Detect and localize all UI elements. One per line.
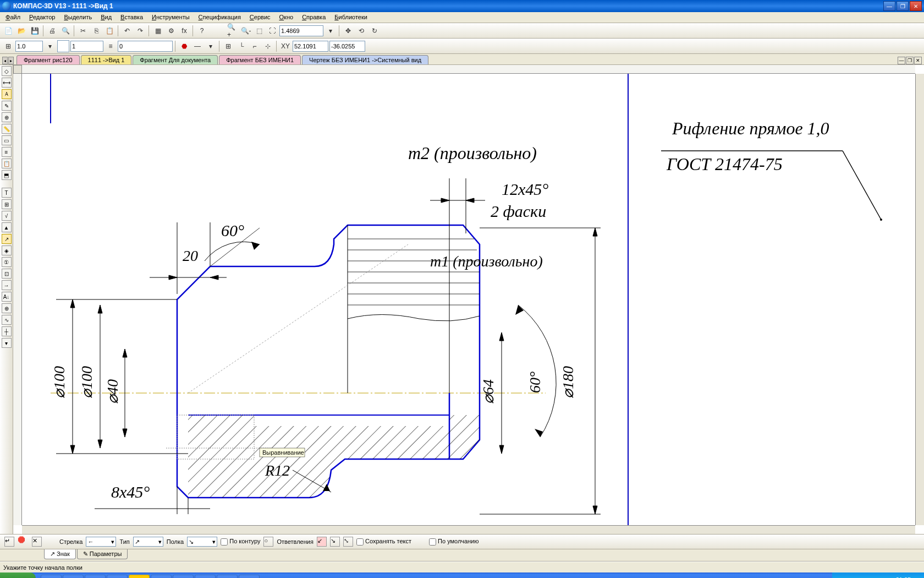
type-combo[interactable]: ↗▾: [133, 537, 163, 547]
maximize-button[interactable]: ❐: [897, 1, 909, 11]
zoom-dropdown-icon[interactable]: ▾: [324, 25, 337, 37]
rotate-icon[interactable]: ⟲: [355, 25, 367, 37]
help-icon[interactable]: ?: [196, 25, 208, 37]
tool-measure-icon[interactable]: 📏: [2, 124, 12, 134]
layers-icon[interactable]: ≡: [105, 40, 117, 52]
state-icon[interactable]: ▾: [44, 40, 56, 52]
table-icon[interactable]: ▦: [152, 25, 164, 37]
layer-color-icon[interactable]: [57, 40, 69, 52]
ruler-vertical[interactable]: [13, 74, 22, 525]
shelf-combo[interactable]: ↘▾: [187, 537, 217, 547]
menu-file[interactable]: Файл: [1, 13, 25, 22]
mdi-minimize-icon[interactable]: —: [898, 57, 905, 64]
menu-select[interactable]: Выделить: [59, 13, 96, 22]
ortho-icon[interactable]: └: [235, 40, 248, 52]
doc-tab-3[interactable]: Фрагмент БЕЗ ИМЕНИ1: [219, 55, 301, 64]
tool-brand-icon[interactable]: ◈: [2, 246, 12, 255]
pan-icon[interactable]: ✥: [342, 25, 354, 37]
step-icon[interactable]: ⊞: [2, 40, 14, 52]
contour-icon[interactable]: ○: [263, 537, 273, 547]
view-input[interactable]: [70, 41, 103, 52]
xy-icon[interactable]: XY: [279, 40, 292, 52]
task-app1-icon[interactable]: ◉: [41, 575, 62, 578]
task-skype-icon[interactable]: S: [173, 575, 194, 578]
undo-icon[interactable]: ↶: [121, 25, 133, 37]
local-cs-icon[interactable]: ⊹: [262, 40, 274, 52]
paste-icon[interactable]: 📋: [103, 25, 116, 37]
snap-icon[interactable]: ⌐: [249, 40, 261, 52]
auto-create-icon[interactable]: ↵: [4, 537, 14, 547]
zoom-fit-icon[interactable]: ⛶: [266, 25, 278, 37]
fx-icon[interactable]: fx: [178, 25, 190, 37]
tool-annotation-icon[interactable]: Ａ: [2, 89, 12, 99]
tool-table-icon[interactable]: ⊞: [2, 199, 12, 209]
task-chrome-icon[interactable]: 🌐: [107, 575, 128, 578]
menu-tools[interactable]: Инструменты: [147, 13, 194, 22]
step-input[interactable]: [15, 41, 43, 52]
esc-icon[interactable]: ✕: [32, 537, 42, 547]
grid-icon[interactable]: ⊞: [222, 40, 234, 52]
task-kompas-icon[interactable]: ◆: [217, 575, 238, 578]
start-button[interactable]: Пуск: [0, 572, 36, 578]
tool-tolerance-icon[interactable]: ⊡: [2, 269, 12, 279]
doc-tab-1[interactable]: 1111 ->Вид 1: [81, 55, 132, 64]
task-yandex-icon[interactable]: Я: [129, 575, 150, 578]
zoom-window-icon[interactable]: ⬚: [253, 25, 265, 37]
preview-icon[interactable]: 🔍: [59, 25, 72, 37]
doc-tab-4[interactable]: Чертеж БЕЗ ИМЕНИ1 ->Системный вид: [302, 55, 428, 64]
tool-leader-icon[interactable]: ↗: [2, 234, 12, 244]
linestyle-icon[interactable]: —: [191, 40, 204, 52]
branch1-icon[interactable]: ↙: [317, 537, 327, 547]
tool-axis-icon[interactable]: ┼: [2, 326, 12, 336]
menu-window[interactable]: Окно: [275, 13, 298, 22]
scrollbar-vertical[interactable]: [915, 74, 924, 525]
task-paint-icon[interactable]: 🎨: [239, 575, 260, 578]
cut-icon[interactable]: ✂: [77, 25, 89, 37]
tool-more-icon[interactable]: ▾: [2, 338, 12, 348]
drawing-canvas[interactable]: т2 (произвольно) т1 (произвольно) 60° 20…: [22, 74, 915, 525]
copy-icon[interactable]: ⎘: [90, 25, 102, 37]
task-word-icon[interactable]: W: [195, 575, 216, 578]
menu-edit[interactable]: Редактор: [25, 13, 59, 22]
vars-icon[interactable]: ⚙: [165, 25, 177, 37]
close-button[interactable]: ✕: [910, 1, 922, 11]
task-save-icon[interactable]: 💾: [151, 575, 172, 578]
mdi-close-icon[interactable]: ✕: [914, 57, 922, 64]
arrow-combo[interactable]: ←▾: [86, 537, 116, 547]
default-check[interactable]: По умолчанию: [429, 538, 479, 546]
tool-insert-icon[interactable]: ⬒: [2, 170, 12, 180]
tool-report-icon[interactable]: 📋: [2, 159, 12, 168]
menu-service[interactable]: Сервис: [245, 13, 275, 22]
ruler-horizontal[interactable]: [22, 65, 915, 74]
tool-edit-icon[interactable]: ✎: [2, 101, 12, 111]
tool-arrow-icon[interactable]: →: [2, 280, 12, 290]
menu-help[interactable]: Справка: [298, 13, 330, 22]
tool-geometry-icon[interactable]: ◇: [2, 66, 12, 76]
scrollbar-horizontal[interactable]: [22, 525, 915, 534]
savetext-check[interactable]: Сохранять текст: [356, 538, 411, 546]
tab-nav-next-icon[interactable]: ▸: [8, 57, 14, 64]
coord-y-input[interactable]: [329, 41, 365, 52]
open-icon[interactable]: 📂: [15, 25, 28, 37]
tool-base-icon[interactable]: ▲: [2, 222, 12, 232]
menu-insert[interactable]: Вставка: [116, 13, 147, 22]
zoom-input[interactable]: [279, 25, 323, 36]
redo-icon[interactable]: ↷: [134, 25, 146, 37]
mdi-restore-icon[interactable]: ❐: [906, 57, 914, 64]
zoom-in-icon[interactable]: 🔍+: [227, 25, 239, 37]
tool-select-icon[interactable]: ▭: [2, 135, 12, 145]
tab-params[interactable]: ✎ Параметры: [77, 549, 128, 559]
stop-icon[interactable]: ⬣: [178, 40, 190, 52]
tool-pos-icon[interactable]: ①: [2, 257, 12, 267]
tab-nav-prev-icon[interactable]: ◂: [2, 57, 8, 64]
redraw-icon[interactable]: ↻: [369, 25, 381, 37]
minimize-button[interactable]: —: [883, 1, 895, 11]
doc-tab-2[interactable]: Фрагмент Для документа: [133, 55, 218, 64]
menu-libs[interactable]: Библиотеки: [330, 13, 372, 22]
tool-dimensions-icon[interactable]: ⟷: [2, 78, 12, 88]
tab-sign[interactable]: ↗ Знак: [44, 549, 76, 559]
new-icon[interactable]: 📄: [2, 25, 14, 37]
branch2-icon[interactable]: ↘: [330, 537, 340, 547]
tool-spec-icon[interactable]: ≡: [2, 147, 12, 157]
save-icon[interactable]: 💾: [29, 25, 41, 37]
